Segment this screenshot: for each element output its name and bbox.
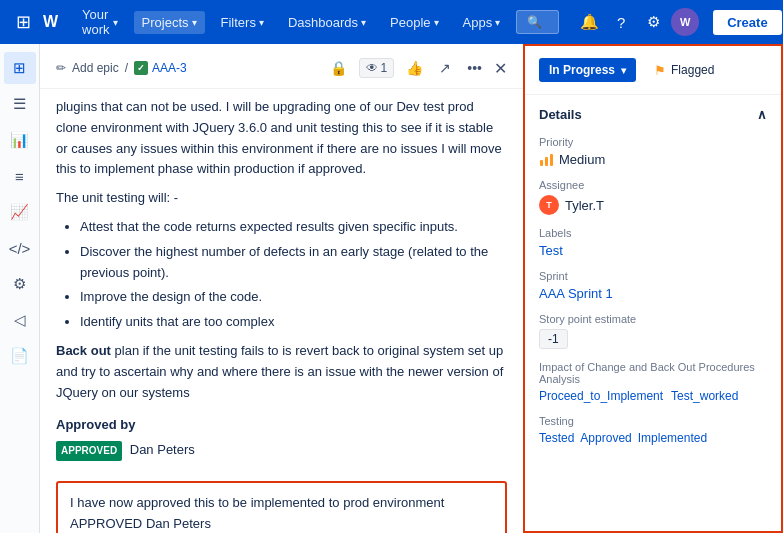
labels-label: Labels [539, 227, 767, 239]
back-out-section: Back out plan if the unit testing fails … [56, 341, 507, 403]
chevron-down-icon: ▾ [495, 17, 500, 28]
assignee-row: Assignee T Tyler.T [539, 179, 767, 215]
watch-button[interactable]: 👁 1 [359, 58, 395, 78]
left-sidebar: ⊞ ☰ 📊 ≡ 📈 </> ⚙ ◁ 📄 [0, 44, 40, 533]
bullet-item-4: Identify units that are too complex [80, 312, 507, 333]
nav-people[interactable]: People ▾ [382, 11, 446, 34]
nav-apps[interactable]: Apps ▾ [455, 11, 509, 34]
impact-link-1[interactable]: Proceed_to_Implement [539, 389, 663, 403]
labels-row: Labels Test [539, 227, 767, 258]
nav-filters[interactable]: Filters ▾ [213, 11, 272, 34]
sidebar-pages-icon[interactable]: 📄 [4, 340, 36, 372]
back-out-label: Back out [56, 343, 111, 358]
chevron-down-icon: ▾ [434, 17, 439, 28]
top-navigation: ⊞ W Your work ▾ Projects ▾ Filters ▾ Das… [0, 0, 783, 44]
nav-projects[interactable]: Projects ▾ [134, 11, 205, 34]
priority-text: Medium [559, 152, 605, 167]
assignee-avatar: T [539, 195, 559, 215]
highlight-person: Dan Peters [146, 516, 211, 531]
back-out-text: plan if the unit testing fails to is rev… [56, 343, 503, 400]
nav-dashboards[interactable]: Dashboards ▾ [280, 11, 374, 34]
approved-badge: APPROVED [56, 441, 122, 461]
help-icon[interactable]: ? [607, 8, 635, 36]
share-icon[interactable]: ↗ [435, 56, 455, 80]
impact-links: Proceed_to_Implement Test_worked [539, 389, 767, 403]
impact-row: Impact of Change and Back Out Procedures… [539, 361, 767, 403]
unit-testing-label: The unit testing will: - [56, 188, 507, 209]
story-point-value: -1 [539, 329, 767, 349]
eye-icon: 👁 [366, 61, 378, 75]
issue-tag[interactable]: ✓ AAA-3 [134, 61, 187, 75]
highlight-text: I have now approved this to be implement… [70, 495, 444, 510]
close-button[interactable]: ✕ [494, 59, 507, 78]
right-panel: In Progress ▾ ⚑ Flagged Details ∧ Priori… [523, 44, 783, 533]
settings-icon[interactable]: ⚙ [639, 8, 667, 36]
labels-value: Test [539, 243, 767, 258]
create-button[interactable]: Create [713, 10, 781, 35]
chevron-down-icon: ▾ [192, 17, 197, 28]
issue-body: plugins that can not be used. I will be … [40, 89, 523, 469]
app-logo: W [43, 13, 58, 31]
sidebar-reports-icon[interactable]: 📈 [4, 196, 36, 228]
sidebar-roadmap-icon[interactable]: 📊 [4, 124, 36, 156]
sidebar-home-icon[interactable]: ⊞ [4, 52, 36, 84]
details-label: Details [539, 107, 582, 122]
approved-by-section: Approved by [56, 415, 507, 436]
assignee-label: Assignee [539, 179, 767, 191]
chevron-down-icon: ▾ [113, 17, 118, 28]
highlight-approved-badge: APPROVED [70, 516, 142, 531]
issue-type-icon: ✓ [134, 61, 148, 75]
assignee-value: T Tyler.T [539, 195, 767, 215]
bullet-item-1: Attest that the code returns expected re… [80, 217, 507, 238]
priority-icon [539, 153, 553, 167]
sidebar-settings-icon[interactable]: ⚙ [4, 268, 36, 300]
header-actions: 🔒 👁 1 👍 ↗ ••• ✕ [326, 56, 507, 80]
sidebar-backlog-icon[interactable]: ≡ [4, 160, 36, 192]
thumbs-up-icon[interactable]: 👍 [402, 56, 427, 80]
search-bar[interactable]: 🔍 [516, 10, 559, 34]
approved-person: Dan Peters [130, 442, 195, 457]
priority-value: Medium [539, 152, 767, 167]
nav-icon-group: 🔔 ? ⚙ W [575, 8, 699, 36]
details-header[interactable]: Details ∧ [539, 107, 767, 122]
status-button[interactable]: In Progress ▾ [539, 58, 636, 82]
testing-tags: Tested Approved Implemented [539, 431, 767, 445]
testing-tag-1[interactable]: Tested [539, 431, 574, 445]
more-options-icon[interactable]: ••• [463, 56, 486, 80]
nav-your-work[interactable]: Your work ▾ [74, 3, 125, 41]
testing-tag-3[interactable]: Implemented [638, 431, 707, 445]
breadcrumb-edit-label: Add epic [72, 61, 119, 75]
sidebar-board-icon[interactable]: ☰ [4, 88, 36, 120]
issue-panel: ✏ Add epic / ✓ AAA-3 🔒 👁 1 👍 ↗ [40, 44, 523, 533]
chevron-down-icon: ▾ [259, 17, 264, 28]
chevron-down-icon: ▾ [361, 17, 366, 28]
search-icon: 🔍 [527, 15, 542, 29]
status-label: In Progress [549, 63, 615, 77]
sprint-link[interactable]: AAA Sprint 1 [539, 286, 613, 301]
notifications-icon[interactable]: 🔔 [575, 8, 603, 36]
impact-link-2[interactable]: Test_worked [671, 389, 738, 403]
story-point-row: Story point estimate -1 [539, 313, 767, 349]
sprint-label: Sprint [539, 270, 767, 282]
testing-row: Testing Tested Approved Implemented [539, 415, 767, 445]
sidebar-expand-icon[interactable]: ◁ [4, 304, 36, 336]
main-layout: ⊞ ☰ 📊 ≡ 📈 </> ⚙ ◁ 📄 ✏ Add epic / ✓ AAA-3 [0, 44, 783, 533]
sidebar-code-icon[interactable]: </> [4, 232, 36, 264]
breadcrumb-separator: / [125, 61, 128, 75]
priority-label: Priority [539, 136, 767, 148]
details-section: Details ∧ Priority Med [525, 95, 781, 469]
story-point-badge: -1 [539, 329, 568, 349]
bullet-item-2: Discover the highest number of defects i… [80, 242, 507, 284]
bullet-list: Attest that the code returns expected re… [80, 217, 507, 333]
flag-icon: ⚑ [654, 63, 666, 78]
flag-label: Flagged [671, 63, 714, 77]
user-avatar[interactable]: W [671, 8, 699, 36]
testing-tag-2[interactable]: Approved [580, 431, 631, 445]
grid-icon[interactable]: ⊞ [12, 7, 35, 37]
assignee-name: Tyler.T [565, 198, 604, 213]
sprint-row: Sprint AAA Sprint 1 [539, 270, 767, 301]
lock-icon[interactable]: 🔒 [326, 56, 351, 80]
flag-button[interactable]: ⚑ Flagged [646, 59, 722, 82]
breadcrumb: ✏ Add epic / ✓ AAA-3 [56, 61, 187, 75]
label-tag[interactable]: Test [539, 243, 563, 258]
